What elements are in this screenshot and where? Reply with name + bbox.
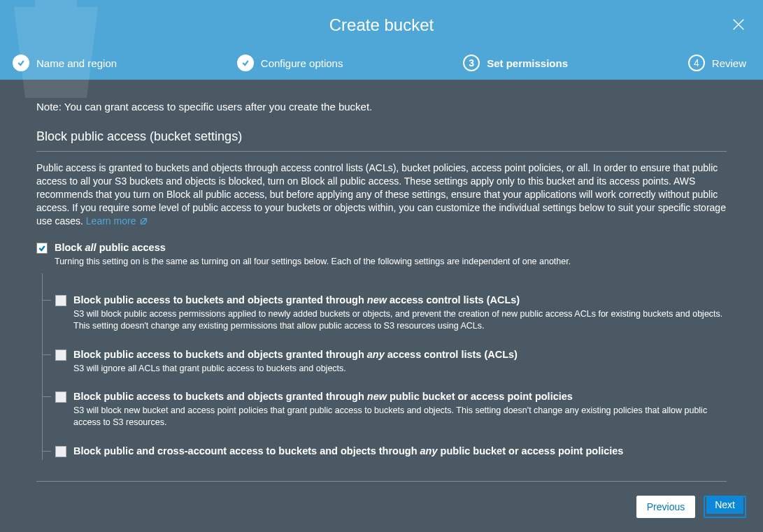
block-all-label: Block all public access bbox=[55, 242, 166, 253]
check-icon bbox=[13, 55, 29, 71]
block-children: Block public access to buckets and objec… bbox=[42, 273, 727, 460]
child-setting-row: Block public access to buckets and objec… bbox=[43, 381, 727, 436]
child-label: Block public access to buckets and objec… bbox=[73, 294, 520, 305]
block-all-sublabel: Turning this setting on is the same as t… bbox=[55, 256, 571, 268]
dialog-footer: Previous Next bbox=[0, 482, 763, 532]
step-review[interactable]: 4 Review bbox=[688, 55, 746, 71]
next-button[interactable]: Next bbox=[706, 496, 743, 514]
step-number-icon: 4 bbox=[688, 55, 705, 71]
child-sublabel: S3 will ignore public and cross-account … bbox=[73, 459, 623, 460]
child-sublabel: S3 will ignore all ACLs that grant publi… bbox=[73, 363, 518, 375]
check-icon bbox=[237, 55, 254, 71]
next-button-focus-ring: Next bbox=[704, 496, 746, 518]
child-checkbox-any-policy[interactable] bbox=[55, 446, 66, 457]
step-label: Set permissions bbox=[487, 57, 568, 69]
child-checkbox-new-policy[interactable] bbox=[55, 391, 66, 403]
step-label: Name and region bbox=[36, 57, 117, 69]
child-setting-row: Block public and cross-account access to… bbox=[43, 436, 727, 460]
child-setting-row: Block public access to buckets and objec… bbox=[43, 339, 727, 382]
step-number-icon: 3 bbox=[463, 55, 480, 71]
child-sublabel: S3 will block public access permissions … bbox=[73, 308, 727, 332]
step-configure-options[interactable]: Configure options bbox=[237, 55, 343, 71]
block-all-public-access-row: Block all public access Turning this set… bbox=[36, 242, 727, 268]
step-label: Configure options bbox=[261, 57, 343, 69]
dialog-header: Create bucket Name and region Configure … bbox=[0, 0, 763, 80]
external-link-icon bbox=[140, 217, 148, 225]
previous-button[interactable]: Previous bbox=[636, 496, 695, 518]
step-set-permissions[interactable]: 3 Set permissions bbox=[463, 55, 568, 71]
learn-more-link[interactable]: Learn more bbox=[86, 215, 148, 227]
close-icon bbox=[731, 17, 746, 32]
learn-more-label: Learn more bbox=[86, 215, 136, 227]
child-checkbox-new-acl[interactable] bbox=[55, 295, 66, 306]
wizard-steps: Name and region Configure options 3 Set … bbox=[0, 55, 763, 71]
dialog-title: Create bucket bbox=[0, 0, 763, 35]
child-label: Block public and cross-account access to… bbox=[73, 445, 623, 456]
section-description: Public access is granted to buckets and … bbox=[36, 161, 727, 227]
block-public-access-settings: Block all public access Turning this set… bbox=[36, 242, 727, 460]
note-text: Note: You can grant access to specific u… bbox=[36, 101, 727, 113]
block-all-checkbox[interactable] bbox=[36, 243, 48, 254]
child-label: Block public access to buckets and objec… bbox=[73, 349, 518, 360]
checkmark-icon bbox=[38, 244, 46, 252]
step-name-and-region[interactable]: Name and region bbox=[13, 55, 117, 71]
child-sublabel: S3 will block new bucket and access poin… bbox=[73, 405, 727, 429]
dialog-body: Note: You can grant access to specific u… bbox=[0, 80, 763, 460]
divider bbox=[36, 151, 727, 152]
block-all-label-group: Block all public access Turning this set… bbox=[55, 242, 571, 268]
child-checkbox-any-acl[interactable] bbox=[55, 350, 66, 361]
child-label: Block public access to buckets and objec… bbox=[73, 391, 573, 402]
close-button[interactable] bbox=[731, 17, 746, 32]
child-setting-row: Block public access to buckets and objec… bbox=[43, 273, 727, 339]
section-title: Block public access (bucket settings) bbox=[36, 129, 727, 144]
step-label: Review bbox=[712, 57, 746, 69]
create-bucket-dialog: Create bucket Name and region Configure … bbox=[0, 0, 763, 532]
